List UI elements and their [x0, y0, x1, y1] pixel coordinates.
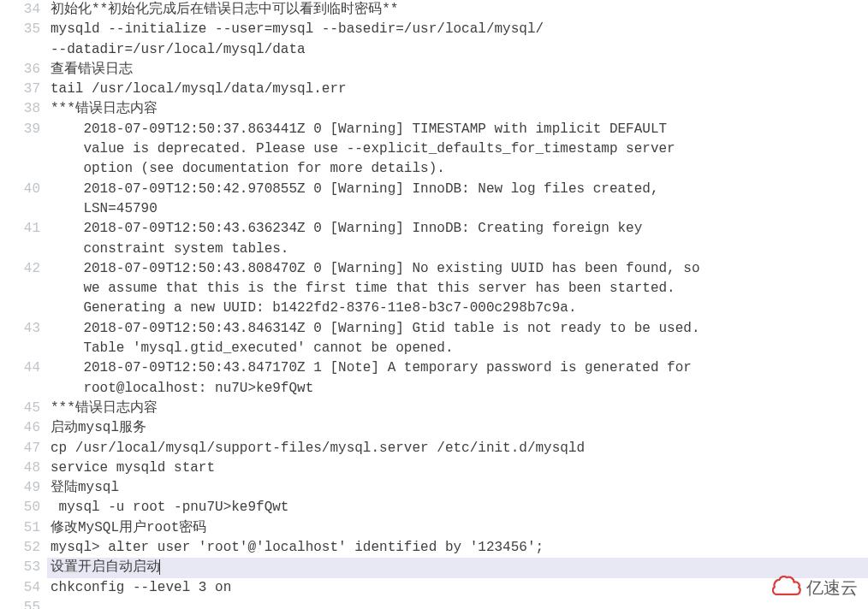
- code-line[interactable]: mysqld --initialize --user=mysql --based…: [47, 20, 868, 39]
- watermark-text: 亿速云: [806, 578, 858, 598]
- line-number: 48: [0, 458, 40, 478]
- line-number: 44: [0, 358, 40, 378]
- code-line[interactable]: mysql> alter user 'root'@'localhost' ide…: [47, 538, 868, 558]
- line-number-continuation: [0, 159, 40, 179]
- code-line[interactable]: 2018-07-09T12:50:37.863441Z 0 [Warning] …: [47, 120, 868, 139]
- code-line[interactable]: 设置开启自动启动: [47, 558, 868, 577]
- line-number: 47: [0, 439, 40, 458]
- code-line[interactable]: service mysqld start: [47, 458, 868, 478]
- code-line[interactable]: 修改MySQL用户root密码: [47, 518, 868, 538]
- code-line[interactable]: cp /usr/local/mysql/support-files/mysql.…: [47, 439, 868, 458]
- line-number-continuation: [0, 379, 40, 399]
- code-line[interactable]: 登陆mysql: [47, 478, 868, 498]
- code-line[interactable]: tail /usr/local/mysql/data/mysql.err: [47, 80, 868, 99]
- line-number: 34: [0, 0, 40, 20]
- code-line[interactable]: mysql -u root -pnu7U>ke9fQwt: [47, 498, 868, 517]
- code-line[interactable]: 2018-07-09T12:50:43.808470Z 0 [Warning] …: [47, 259, 868, 279]
- code-line[interactable]: 2018-07-09T12:50:43.636234Z 0 [Warning] …: [47, 219, 868, 239]
- code-line[interactable]: 2018-07-09T12:50:42.970855Z 0 [Warning] …: [47, 180, 868, 199]
- line-number: 39: [0, 120, 40, 139]
- code-line[interactable]: root@localhost: nu7U>ke9fQwt: [47, 379, 868, 399]
- watermark: 亿速云: [772, 576, 858, 600]
- code-line[interactable]: ***错误日志内容: [47, 399, 868, 418]
- line-number: 45: [0, 399, 40, 418]
- line-number: 51: [0, 518, 40, 538]
- code-line[interactable]: LSN=45790: [47, 199, 868, 219]
- line-number: 40: [0, 180, 40, 199]
- line-number: 41: [0, 219, 40, 239]
- line-number-continuation: [0, 279, 40, 299]
- line-number: 36: [0, 60, 40, 80]
- line-number-continuation: [0, 239, 40, 259]
- code-line[interactable]: option (see documentation for more detai…: [47, 159, 868, 179]
- code-line[interactable]: ***错误日志内容: [47, 99, 868, 119]
- line-number: 55: [0, 598, 40, 609]
- line-number: 54: [0, 578, 40, 598]
- code-line[interactable]: 启动mysql服务: [47, 418, 868, 438]
- code-line[interactable]: Generating a new UUID: b1422fd2-8376-11e…: [47, 299, 868, 318]
- line-number: 43: [0, 319, 40, 339]
- line-number: 38: [0, 99, 40, 119]
- line-number-continuation: [0, 139, 40, 159]
- line-number: 46: [0, 418, 40, 438]
- line-number: 49: [0, 478, 40, 498]
- line-number-continuation: [0, 339, 40, 358]
- text-cursor: [159, 559, 160, 575]
- code-editor: 3435363738394041424344454647484950515253…: [0, 0, 868, 609]
- line-number-continuation: [0, 40, 40, 60]
- line-number: 37: [0, 80, 40, 99]
- line-number-continuation: [0, 299, 40, 318]
- line-number: 52: [0, 538, 40, 558]
- code-content[interactable]: 初始化**初始化完成后在错误日志中可以看到临时密码**mysqld --init…: [47, 0, 868, 609]
- code-line[interactable]: 查看错误日志: [47, 60, 868, 80]
- line-number: 35: [0, 20, 40, 39]
- code-line[interactable]: Table 'mysql.gtid_executed' cannot be op…: [47, 339, 868, 358]
- code-line[interactable]: 初始化**初始化完成后在错误日志中可以看到临时密码**: [47, 0, 868, 20]
- line-number: 53: [0, 558, 40, 577]
- code-line[interactable]: chkconfig --level 3 on: [47, 578, 868, 598]
- code-line[interactable]: [47, 598, 868, 609]
- line-number-gutter: 3435363738394041424344454647484950515253…: [0, 0, 47, 609]
- code-line[interactable]: we assume that this is the first time th…: [47, 279, 868, 299]
- code-line[interactable]: 2018-07-09T12:50:43.846314Z 0 [Warning] …: [47, 319, 868, 339]
- code-line[interactable]: constraint system tables.: [47, 239, 868, 259]
- code-line[interactable]: value is deprecated. Please use --explic…: [47, 139, 868, 159]
- code-line[interactable]: 2018-07-09T12:50:43.847170Z 1 [Note] A t…: [47, 358, 868, 378]
- line-number: 42: [0, 259, 40, 279]
- line-number: 50: [0, 498, 40, 517]
- code-line[interactable]: --datadir=/usr/local/mysql/data: [47, 40, 868, 60]
- line-number-continuation: [0, 199, 40, 219]
- cloud-icon: [772, 576, 801, 600]
